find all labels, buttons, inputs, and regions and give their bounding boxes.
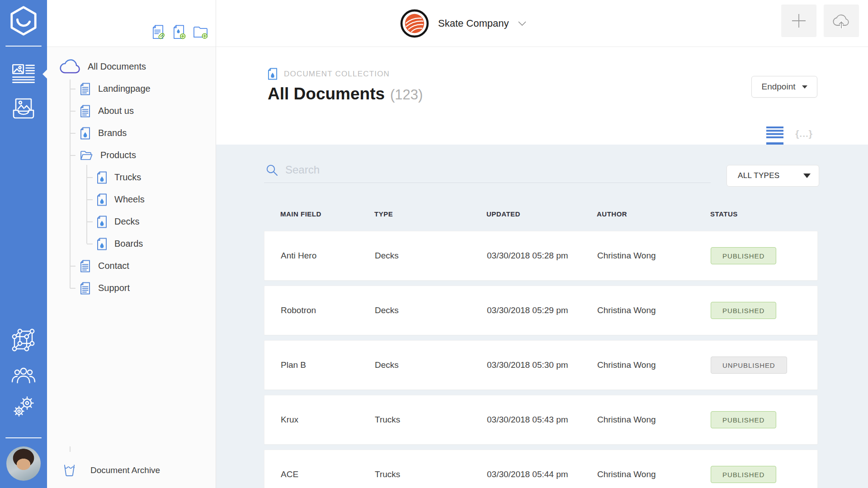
list-view-tab[interactable] bbox=[766, 127, 783, 145]
archive-label: Document Archive bbox=[90, 465, 160, 475]
status-badge: PUBLISHED bbox=[711, 466, 776, 483]
nav-content[interactable] bbox=[0, 62, 47, 86]
schema-icon bbox=[12, 328, 35, 352]
panel-actions bbox=[47, 0, 216, 47]
user-avatar[interactable] bbox=[6, 446, 41, 481]
cell-author: Christina Wong bbox=[597, 305, 711, 315]
status-badge: PUBLISHED bbox=[711, 411, 776, 428]
tree-item[interactable]: About us bbox=[47, 100, 216, 122]
create-asset-icon bbox=[172, 25, 186, 39]
settings-gears-icon bbox=[12, 395, 35, 418]
json-view-tab[interactable]: {...} bbox=[795, 129, 813, 145]
company-logo-icon bbox=[400, 9, 429, 38]
tree-item-label: Landingpage bbox=[98, 84, 151, 94]
table-body: Anti Hero Decks 03/30/2018 05:28 pm Chri… bbox=[264, 231, 818, 488]
company-name: Skate Company bbox=[438, 18, 509, 29]
plus-icon bbox=[791, 13, 807, 29]
cell-author: Christina Wong bbox=[597, 360, 711, 370]
tree-item-label: Products bbox=[100, 150, 136, 160]
create-document-button[interactable] bbox=[151, 25, 165, 39]
table-row[interactable]: Robotron Decks 03/30/2018 05:29 pm Chris… bbox=[264, 286, 818, 335]
column-header[interactable]: UPDATED bbox=[486, 210, 597, 218]
collection-header: DOCUMENT COLLECTION All Documents (123) … bbox=[216, 47, 868, 145]
tree-root-label: All Documents bbox=[88, 61, 146, 72]
cell-main-field: Anti Hero bbox=[281, 251, 375, 261]
content-icon bbox=[12, 64, 35, 84]
app-root: All Documents bbox=[0, 0, 868, 488]
status-badge: UNPUBLISHED bbox=[711, 357, 787, 374]
document-icon bbox=[80, 282, 90, 295]
nav-schema[interactable] bbox=[0, 328, 47, 352]
cell-updated: 03/30/2018 05:28 pm bbox=[487, 251, 597, 261]
column-header[interactable]: MAIN FIELD bbox=[280, 210, 374, 218]
tree-root-all-documents[interactable]: All Documents bbox=[47, 55, 216, 78]
document-icon bbox=[80, 260, 90, 272]
nav-users[interactable] bbox=[0, 363, 47, 387]
tree-item[interactable]: Products bbox=[47, 144, 216, 166]
column-header[interactable]: STATUS bbox=[710, 210, 818, 218]
cell-main-field: Plan B bbox=[281, 360, 375, 370]
tree-items: Landingpage bbox=[47, 78, 216, 299]
document-archive-link[interactable]: Document Archive bbox=[47, 460, 216, 481]
tree-item[interactable]: Brands bbox=[47, 122, 216, 144]
table-row[interactable]: ACE Trucks 03/30/2018 05:44 pm Christina… bbox=[264, 450, 818, 488]
endpoint-label: Endpoint bbox=[761, 82, 795, 92]
cell-updated: 03/30/2018 05:44 pm bbox=[487, 469, 597, 479]
page-title: All Documents bbox=[268, 84, 385, 103]
table-row[interactable]: Plan B Decks 03/30/2018 05:30 pm Christi… bbox=[264, 340, 818, 390]
cell-type: Decks bbox=[375, 251, 487, 261]
table-row[interactable]: Krux Trucks 03/30/2018 05:43 pm Christin… bbox=[264, 395, 818, 445]
sidebar-divider bbox=[5, 437, 42, 438]
endpoint-button[interactable]: Endpoint bbox=[751, 76, 817, 98]
tree-item-label: Decks bbox=[114, 216, 140, 227]
tree-item-label: Wheels bbox=[114, 194, 145, 205]
cell-updated: 03/30/2018 05:43 pm bbox=[487, 415, 597, 425]
cell-author: Christina Wong bbox=[597, 469, 711, 479]
nav-settings[interactable] bbox=[0, 395, 47, 418]
project-switcher[interactable]: Skate Company bbox=[400, 0, 526, 47]
chevron-down-icon bbox=[518, 21, 526, 26]
search-bar bbox=[264, 145, 711, 183]
tree-item[interactable]: Trucks bbox=[47, 166, 216, 188]
document-tree-panel: All Documents bbox=[47, 0, 216, 488]
document-list-section: ALL TYPES MAIN FIELD TYPE UPDATED AUTHOR… bbox=[216, 145, 868, 488]
create-collection-icon bbox=[193, 25, 208, 39]
tree-item[interactable]: Landingpage bbox=[47, 78, 216, 100]
search-input[interactable] bbox=[285, 164, 711, 176]
create-collection-button[interactable] bbox=[193, 25, 208, 39]
tree-item[interactable]: Support bbox=[47, 277, 216, 299]
document-icon bbox=[80, 83, 90, 95]
tree-item-label: Boards bbox=[114, 239, 143, 249]
tree-item[interactable]: Wheels bbox=[47, 188, 216, 211]
cell-type: Decks bbox=[375, 305, 487, 315]
create-asset-button[interactable] bbox=[172, 25, 186, 39]
status-badge: PUBLISHED bbox=[711, 247, 776, 264]
column-header[interactable]: TYPE bbox=[374, 210, 486, 218]
sidebar-divider bbox=[5, 46, 42, 47]
tree-item[interactable]: Boards bbox=[47, 233, 216, 255]
upload-button[interactable] bbox=[824, 5, 859, 37]
cell-type: Trucks bbox=[375, 415, 487, 425]
column-header[interactable]: AUTHOR bbox=[597, 210, 710, 218]
add-button[interactable] bbox=[781, 5, 816, 37]
table-row[interactable]: Anti Hero Decks 03/30/2018 05:28 pm Chri… bbox=[264, 231, 818, 281]
dropdown-caret-icon bbox=[802, 85, 807, 89]
cell-main-field: ACE bbox=[281, 469, 375, 479]
tree-item[interactable]: Decks bbox=[47, 211, 216, 233]
list-view-icon bbox=[766, 127, 783, 138]
cloud-icon bbox=[59, 59, 82, 75]
app-logo-icon[interactable] bbox=[0, 6, 47, 36]
tree-item-label: Contact bbox=[98, 261, 129, 271]
dropdown-caret-icon bbox=[803, 174, 811, 178]
tree-item[interactable]: Contact bbox=[47, 255, 216, 277]
type-filter-dropdown[interactable]: ALL TYPES bbox=[726, 165, 819, 187]
main-header: Skate Company bbox=[216, 0, 868, 47]
json-view-icon: {...} bbox=[795, 128, 813, 139]
view-toggle: {...} bbox=[766, 127, 813, 145]
kicker-label: DOCUMENT COLLECTION bbox=[284, 70, 390, 79]
collection-type-icon bbox=[268, 68, 278, 80]
users-icon bbox=[11, 366, 36, 384]
asset-document-icon bbox=[97, 171, 107, 184]
nav-assets[interactable] bbox=[0, 97, 47, 120]
cell-author: Christina Wong bbox=[597, 415, 711, 425]
